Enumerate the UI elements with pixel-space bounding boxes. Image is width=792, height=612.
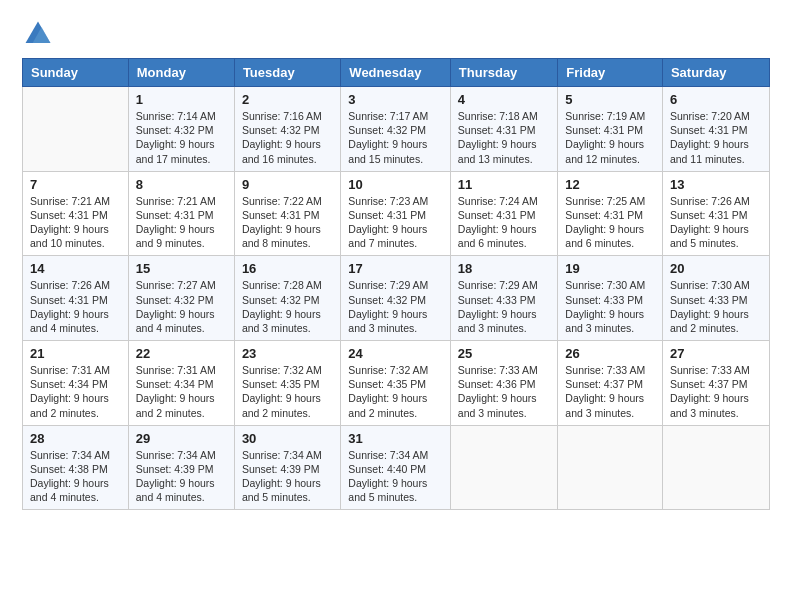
day-number: 10: [348, 177, 442, 192]
weekday-header-friday: Friday: [558, 59, 663, 87]
calendar-table: SundayMondayTuesdayWednesdayThursdayFrid…: [22, 58, 770, 510]
calendar-cell: [23, 87, 129, 172]
calendar-cell: 2Sunrise: 7:16 AM Sunset: 4:32 PM Daylig…: [234, 87, 340, 172]
calendar-cell: 3Sunrise: 7:17 AM Sunset: 4:32 PM Daylig…: [341, 87, 450, 172]
day-number: 28: [30, 431, 121, 446]
day-info: Sunrise: 7:31 AM Sunset: 4:34 PM Dayligh…: [30, 363, 121, 420]
day-number: 14: [30, 261, 121, 276]
calendar-cell: 21Sunrise: 7:31 AM Sunset: 4:34 PM Dayli…: [23, 341, 129, 426]
logo: [22, 18, 58, 50]
day-info: Sunrise: 7:34 AM Sunset: 4:39 PM Dayligh…: [242, 448, 333, 505]
calendar-cell: 30Sunrise: 7:34 AM Sunset: 4:39 PM Dayli…: [234, 425, 340, 510]
day-number: 11: [458, 177, 550, 192]
day-info: Sunrise: 7:34 AM Sunset: 4:38 PM Dayligh…: [30, 448, 121, 505]
calendar-cell: 1Sunrise: 7:14 AM Sunset: 4:32 PM Daylig…: [128, 87, 234, 172]
calendar-cell: 23Sunrise: 7:32 AM Sunset: 4:35 PM Dayli…: [234, 341, 340, 426]
calendar-cell: 11Sunrise: 7:24 AM Sunset: 4:31 PM Dayli…: [450, 171, 557, 256]
day-number: 7: [30, 177, 121, 192]
calendar-week-4: 21Sunrise: 7:31 AM Sunset: 4:34 PM Dayli…: [23, 341, 770, 426]
day-info: Sunrise: 7:18 AM Sunset: 4:31 PM Dayligh…: [458, 109, 550, 166]
day-number: 29: [136, 431, 227, 446]
day-info: Sunrise: 7:33 AM Sunset: 4:36 PM Dayligh…: [458, 363, 550, 420]
day-info: Sunrise: 7:31 AM Sunset: 4:34 PM Dayligh…: [136, 363, 227, 420]
calendar-cell: 26Sunrise: 7:33 AM Sunset: 4:37 PM Dayli…: [558, 341, 663, 426]
day-info: Sunrise: 7:26 AM Sunset: 4:31 PM Dayligh…: [670, 194, 762, 251]
day-number: 23: [242, 346, 333, 361]
day-number: 6: [670, 92, 762, 107]
calendar-cell: 16Sunrise: 7:28 AM Sunset: 4:32 PM Dayli…: [234, 256, 340, 341]
page: SundayMondayTuesdayWednesdayThursdayFrid…: [0, 0, 792, 612]
calendar-body: 1Sunrise: 7:14 AM Sunset: 4:32 PM Daylig…: [23, 87, 770, 510]
calendar-cell: 28Sunrise: 7:34 AM Sunset: 4:38 PM Dayli…: [23, 425, 129, 510]
weekday-header-row: SundayMondayTuesdayWednesdayThursdayFrid…: [23, 59, 770, 87]
calendar-cell: 29Sunrise: 7:34 AM Sunset: 4:39 PM Dayli…: [128, 425, 234, 510]
day-info: Sunrise: 7:21 AM Sunset: 4:31 PM Dayligh…: [30, 194, 121, 251]
day-info: Sunrise: 7:14 AM Sunset: 4:32 PM Dayligh…: [136, 109, 227, 166]
day-info: Sunrise: 7:26 AM Sunset: 4:31 PM Dayligh…: [30, 278, 121, 335]
day-info: Sunrise: 7:22 AM Sunset: 4:31 PM Dayligh…: [242, 194, 333, 251]
weekday-header-wednesday: Wednesday: [341, 59, 450, 87]
calendar-cell: 5Sunrise: 7:19 AM Sunset: 4:31 PM Daylig…: [558, 87, 663, 172]
calendar-cell: [450, 425, 557, 510]
day-number: 30: [242, 431, 333, 446]
day-number: 16: [242, 261, 333, 276]
day-number: 1: [136, 92, 227, 107]
day-number: 31: [348, 431, 442, 446]
day-number: 18: [458, 261, 550, 276]
calendar-cell: 31Sunrise: 7:34 AM Sunset: 4:40 PM Dayli…: [341, 425, 450, 510]
calendar-cell: 8Sunrise: 7:21 AM Sunset: 4:31 PM Daylig…: [128, 171, 234, 256]
calendar-cell: [558, 425, 663, 510]
weekday-header-saturday: Saturday: [662, 59, 769, 87]
calendar-cell: 9Sunrise: 7:22 AM Sunset: 4:31 PM Daylig…: [234, 171, 340, 256]
calendar-cell: 20Sunrise: 7:30 AM Sunset: 4:33 PM Dayli…: [662, 256, 769, 341]
weekday-header-monday: Monday: [128, 59, 234, 87]
weekday-header-tuesday: Tuesday: [234, 59, 340, 87]
day-info: Sunrise: 7:29 AM Sunset: 4:32 PM Dayligh…: [348, 278, 442, 335]
calendar-cell: 15Sunrise: 7:27 AM Sunset: 4:32 PM Dayli…: [128, 256, 234, 341]
day-info: Sunrise: 7:21 AM Sunset: 4:31 PM Dayligh…: [136, 194, 227, 251]
day-info: Sunrise: 7:27 AM Sunset: 4:32 PM Dayligh…: [136, 278, 227, 335]
calendar-cell: 19Sunrise: 7:30 AM Sunset: 4:33 PM Dayli…: [558, 256, 663, 341]
calendar-cell: 27Sunrise: 7:33 AM Sunset: 4:37 PM Dayli…: [662, 341, 769, 426]
day-number: 4: [458, 92, 550, 107]
calendar-cell: 18Sunrise: 7:29 AM Sunset: 4:33 PM Dayli…: [450, 256, 557, 341]
day-info: Sunrise: 7:30 AM Sunset: 4:33 PM Dayligh…: [565, 278, 655, 335]
calendar-week-1: 1Sunrise: 7:14 AM Sunset: 4:32 PM Daylig…: [23, 87, 770, 172]
calendar-cell: 22Sunrise: 7:31 AM Sunset: 4:34 PM Dayli…: [128, 341, 234, 426]
calendar-cell: 24Sunrise: 7:32 AM Sunset: 4:35 PM Dayli…: [341, 341, 450, 426]
day-number: 2: [242, 92, 333, 107]
day-number: 21: [30, 346, 121, 361]
day-info: Sunrise: 7:34 AM Sunset: 4:40 PM Dayligh…: [348, 448, 442, 505]
calendar-cell: 13Sunrise: 7:26 AM Sunset: 4:31 PM Dayli…: [662, 171, 769, 256]
calendar-cell: 6Sunrise: 7:20 AM Sunset: 4:31 PM Daylig…: [662, 87, 769, 172]
day-number: 9: [242, 177, 333, 192]
day-info: Sunrise: 7:23 AM Sunset: 4:31 PM Dayligh…: [348, 194, 442, 251]
day-info: Sunrise: 7:17 AM Sunset: 4:32 PM Dayligh…: [348, 109, 442, 166]
day-number: 5: [565, 92, 655, 107]
calendar-cell: 12Sunrise: 7:25 AM Sunset: 4:31 PM Dayli…: [558, 171, 663, 256]
day-number: 26: [565, 346, 655, 361]
day-info: Sunrise: 7:32 AM Sunset: 4:35 PM Dayligh…: [242, 363, 333, 420]
day-number: 15: [136, 261, 227, 276]
weekday-header-sunday: Sunday: [23, 59, 129, 87]
day-info: Sunrise: 7:34 AM Sunset: 4:39 PM Dayligh…: [136, 448, 227, 505]
calendar-cell: 7Sunrise: 7:21 AM Sunset: 4:31 PM Daylig…: [23, 171, 129, 256]
day-number: 8: [136, 177, 227, 192]
day-number: 3: [348, 92, 442, 107]
header: [22, 18, 770, 50]
calendar-week-2: 7Sunrise: 7:21 AM Sunset: 4:31 PM Daylig…: [23, 171, 770, 256]
day-number: 25: [458, 346, 550, 361]
day-number: 17: [348, 261, 442, 276]
day-info: Sunrise: 7:33 AM Sunset: 4:37 PM Dayligh…: [670, 363, 762, 420]
day-number: 12: [565, 177, 655, 192]
day-info: Sunrise: 7:29 AM Sunset: 4:33 PM Dayligh…: [458, 278, 550, 335]
day-info: Sunrise: 7:25 AM Sunset: 4:31 PM Dayligh…: [565, 194, 655, 251]
day-info: Sunrise: 7:16 AM Sunset: 4:32 PM Dayligh…: [242, 109, 333, 166]
day-info: Sunrise: 7:24 AM Sunset: 4:31 PM Dayligh…: [458, 194, 550, 251]
calendar-cell: 4Sunrise: 7:18 AM Sunset: 4:31 PM Daylig…: [450, 87, 557, 172]
day-number: 22: [136, 346, 227, 361]
calendar-cell: 25Sunrise: 7:33 AM Sunset: 4:36 PM Dayli…: [450, 341, 557, 426]
day-info: Sunrise: 7:28 AM Sunset: 4:32 PM Dayligh…: [242, 278, 333, 335]
weekday-header-thursday: Thursday: [450, 59, 557, 87]
calendar-cell: 10Sunrise: 7:23 AM Sunset: 4:31 PM Dayli…: [341, 171, 450, 256]
